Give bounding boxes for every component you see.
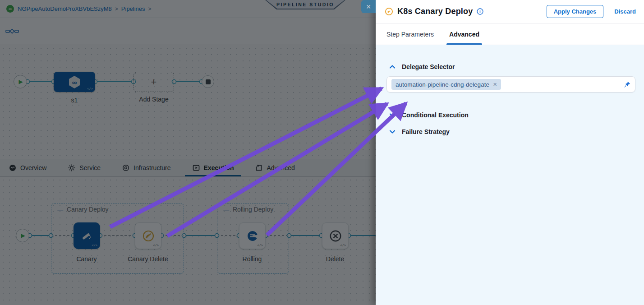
- section-label: Delegate Selector: [402, 63, 455, 70]
- pipeline-studio-app: ∞ NGPipeAutoDemoProXBVbESzyM8 > Pipeline…: [0, 0, 644, 305]
- delegate-tag-chip[interactable]: automation-pipeline-cdng-delegate ✕: [391, 79, 501, 90]
- step-config-drawer: K8s Canary Deploy Apply Changes Discard …: [376, 0, 644, 305]
- drawer-tab-bar: Step Parameters Advanced: [376, 23, 644, 45]
- section-failure-strategy[interactable]: Failure Strategy: [376, 128, 644, 135]
- pin-icon[interactable]: [624, 81, 630, 90]
- delegate-selector-input[interactable]: automation-pipeline-cdng-delegate ✕: [386, 76, 635, 92]
- section-label: Conditional Execution: [402, 111, 469, 119]
- apply-changes-button[interactable]: Apply Changes: [547, 5, 604, 18]
- delegate-tag-label: automation-pipeline-cdng-delegate: [396, 81, 489, 88]
- tab-advanced[interactable]: Advanced: [449, 23, 479, 45]
- close-icon: ✕: [366, 3, 371, 10]
- remove-tag-icon[interactable]: ✕: [493, 82, 497, 88]
- tab-label: Advanced: [449, 31, 479, 38]
- active-tab-underline: [446, 43, 482, 45]
- chevron-down-icon[interactable]: [389, 112, 396, 118]
- canary-step-icon: [385, 7, 393, 16]
- info-icon[interactable]: [477, 8, 483, 15]
- drawer-close-button[interactable]: ✕: [361, 0, 376, 13]
- tab-step-parameters[interactable]: Step Parameters: [386, 23, 434, 45]
- drawer-header: K8s Canary Deploy Apply Changes Discard: [376, 0, 644, 23]
- section-conditional-execution[interactable]: Conditional Execution: [376, 111, 644, 119]
- chevron-up-icon[interactable]: [389, 64, 396, 69]
- section-label: Failure Strategy: [402, 128, 450, 135]
- chevron-down-icon[interactable]: [389, 129, 396, 134]
- tab-label: Step Parameters: [386, 31, 434, 38]
- section-delegate-selector[interactable]: Delegate Selector: [376, 63, 644, 70]
- discard-button[interactable]: Discard: [614, 8, 636, 15]
- step-title: K8s Canary Deploy: [397, 7, 473, 16]
- pipeline-canvas: ∞ NGPipeAutoDemoProXBVbESzyM8 > Pipeline…: [0, 0, 376, 305]
- canvas-dim-overlay: [0, 0, 376, 305]
- drawer-body: Delegate Selector automation-pipeline-cd…: [376, 45, 644, 305]
